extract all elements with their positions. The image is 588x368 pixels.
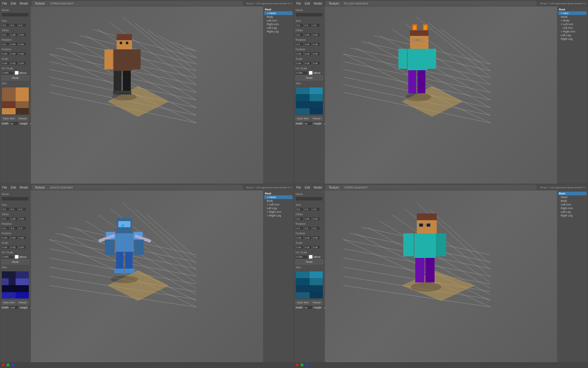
tab-texture-br[interactable]: Texture	[326, 185, 342, 190]
tree-rightarm-bl[interactable]: > Right Arm	[264, 210, 292, 214]
mode-btn-tl[interactable]: Mode	[2, 75, 29, 80]
tree-head-tr[interactable]: Head	[558, 15, 586, 19]
size-z-tl[interactable]	[18, 23, 26, 27]
name-input-tl[interactable]	[2, 13, 29, 17]
open-skin-btn-tl[interactable]: Open Skin	[2, 117, 16, 121]
tree-rightleg-br[interactable]: Right Leg	[558, 214, 586, 217]
tree-rightarm-tr[interactable]: > Right Arm	[558, 30, 586, 33]
width-input-br[interactable]	[304, 306, 312, 309]
size-y-br[interactable]	[304, 207, 312, 211]
rot-x-tr[interactable]	[296, 42, 303, 46]
scale-y-tr[interactable]	[304, 61, 312, 65]
pos-y-br[interactable]	[304, 236, 312, 240]
tree-rightleg-tr[interactable]: Right Leg	[558, 37, 586, 41]
rot-z-tl[interactable]	[18, 42, 26, 46]
size-x-tr[interactable]	[296, 23, 303, 27]
hc-input-bl[interactable]	[2, 255, 14, 259]
tree-body-bl[interactable]: Body	[264, 199, 292, 203]
offset-z-bl[interactable]	[18, 217, 26, 220]
menu-model-bl[interactable]: Model	[20, 186, 28, 189]
size-z-br[interactable]	[312, 207, 320, 211]
rot-z-bl[interactable]	[18, 226, 26, 230]
menu-file-bl[interactable]: File	[2, 186, 7, 189]
tree-leftleg-tr[interactable]: Left Leg	[558, 33, 586, 37]
mirror-cb-tr[interactable]	[309, 71, 313, 75]
offset-z-tl[interactable]	[18, 33, 26, 36]
mode-btn-br[interactable]: Mode	[296, 259, 323, 264]
scale-x-tl[interactable]	[2, 61, 9, 65]
scale-x-br[interactable]	[296, 245, 303, 249]
pos-x-br[interactable]	[296, 236, 303, 240]
tree-leftleg-bl[interactable]: Left Leg	[264, 206, 292, 210]
mirror-cb-bl[interactable]	[15, 255, 19, 259]
tree-leftarm-bl[interactable]: > Left Arm	[264, 203, 292, 206]
tree-body-br[interactable]: Body	[558, 199, 586, 203]
pos-z-br[interactable]	[312, 236, 320, 240]
pos-z-bl[interactable]	[18, 236, 26, 240]
offset-x-tr[interactable]	[296, 33, 303, 36]
offset-z-br[interactable]	[312, 217, 320, 220]
size-y-tr[interactable]	[304, 23, 312, 27]
tree-leftarm-br[interactable]: Left Arm	[558, 203, 586, 206]
mode-btn-tr[interactable]: Mode	[296, 75, 323, 80]
offset-y-tr[interactable]	[304, 33, 312, 36]
scale-z-tr[interactable]	[312, 61, 320, 65]
menu-edit-bl[interactable]: Edit	[11, 186, 16, 189]
mode-btn-bl[interactable]: Mode	[2, 259, 29, 264]
tree-leftarm-tl[interactable]: Left Arm	[264, 19, 292, 22]
tree-ears-tr[interactable]: > ears	[558, 11, 586, 15]
rot-x-tl[interactable]	[2, 42, 9, 46]
scale-z-bl[interactable]	[18, 245, 26, 249]
menu-model-tl[interactable]: Model	[20, 2, 28, 5]
hc-input-tl[interactable]	[2, 71, 14, 75]
tree-root-tr[interactable]: Root	[558, 8, 586, 11]
reload-btn-tr[interactable]: Reload	[311, 117, 322, 121]
offset-y-tl[interactable]	[10, 33, 18, 36]
offset-x-tl[interactable]	[2, 33, 9, 36]
width-input-tr[interactable]	[304, 122, 312, 125]
pos-z-tr[interactable]	[312, 52, 320, 56]
offset-y-bl[interactable]	[10, 217, 18, 220]
tab-texture-bl[interactable]: Texture	[32, 185, 48, 190]
rot-y-bl[interactable]	[10, 226, 18, 230]
pos-y-tr[interactable]	[304, 52, 312, 56]
menu-model-tr[interactable]: Model	[314, 2, 322, 5]
name-input-tr[interactable]	[296, 13, 323, 17]
scale-y-tl[interactable]	[10, 61, 18, 65]
open-skin-btn-tr[interactable]: Open Skin	[296, 117, 310, 121]
tree-rightleg-bl[interactable]: > Right Leg	[264, 214, 292, 217]
pos-y-tl[interactable]	[10, 52, 18, 56]
tree-body-tl[interactable]: Body	[264, 15, 292, 19]
menu-edit-tr[interactable]: Edit	[305, 2, 310, 5]
rot-y-br[interactable]	[304, 226, 312, 230]
reload-btn-bl[interactable]: Reload	[17, 301, 28, 305]
open-skin-btn-br[interactable]: Open Skin	[296, 301, 310, 305]
name-input-bl[interactable]	[2, 197, 29, 201]
scale-x-bl[interactable]	[2, 245, 9, 249]
tree-root-br[interactable]: Root	[558, 192, 586, 195]
reload-btn-br[interactable]: Reload	[311, 301, 322, 305]
pos-x-tl[interactable]	[2, 52, 9, 56]
rot-y-tr[interactable]	[304, 42, 312, 46]
scale-x-tr[interactable]	[296, 61, 303, 65]
rot-x-br[interactable]	[296, 226, 303, 230]
mirror-cb-br[interactable]	[309, 255, 313, 259]
offset-y-br[interactable]	[304, 217, 312, 220]
pos-x-tr[interactable]	[296, 52, 303, 56]
tree-root-tl[interactable]: Root	[264, 8, 292, 11]
menu-file-tl[interactable]: File	[2, 2, 7, 5]
size-x-br[interactable]	[296, 207, 303, 211]
pos-x-bl[interactable]	[2, 236, 9, 240]
offset-z-tr[interactable]	[312, 33, 320, 36]
hc-input-tr[interactable]	[296, 71, 308, 75]
scale-y-br[interactable]	[304, 245, 312, 249]
menu-edit-br[interactable]: Edit	[305, 186, 310, 189]
tree-root-bl[interactable]: Root	[264, 192, 292, 195]
tree-leftleg-tl[interactable]: Left Leg	[264, 26, 292, 30]
tree-leftarm-tr[interactable]: > Left Arm	[558, 22, 586, 26]
width-input-tl[interactable]	[10, 122, 18, 125]
tab-texture-tr[interactable]: Texture	[326, 1, 342, 6]
reload-btn-tl[interactable]: Reload	[17, 117, 28, 121]
size-y-tl[interactable]	[10, 23, 18, 27]
tree-leftleg-br[interactable]: Left Leg	[558, 210, 586, 214]
